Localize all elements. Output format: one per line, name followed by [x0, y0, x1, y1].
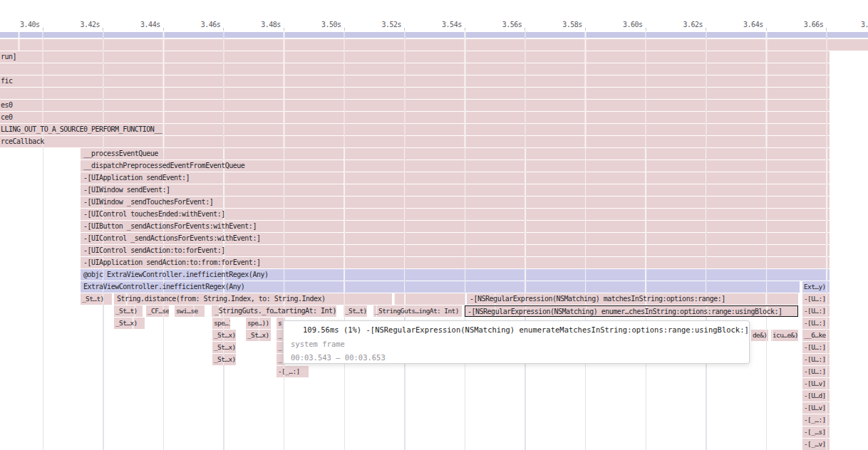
- ruler-tick-label: 3.58s: [539, 21, 582, 30]
- tooltip-duration-and-frame: 109.56ms (1%) -[NSRegularExpression(NSMa…: [303, 325, 749, 335]
- flame-segment[interactable]: -[_…v]: [802, 439, 830, 450]
- flame-segment[interactable]: _St…x): [212, 342, 236, 353]
- flame-segment[interactable]: icu…e&): [771, 330, 798, 341]
- ruler-tick-mark: [284, 28, 284, 31]
- ruler-tick-mark: [465, 28, 465, 31]
- flame-segment[interactable]: -[U…:]: [802, 342, 830, 353]
- ruler-tick-label: 3.44s: [118, 21, 160, 30]
- flame-segment[interactable]: -[U…v]: [802, 402, 830, 414]
- ruler-tick-mark: [163, 28, 164, 31]
- ruler-tick-mark: [43, 28, 43, 31]
- flame-segment[interactable]: -[_…:]: [277, 366, 309, 377]
- flame-segment[interactable]: __6…ke: [802, 330, 830, 341]
- ruler-tick-mark: [103, 28, 103, 31]
- ruler-tick-mark: [706, 28, 706, 31]
- flame-segment[interactable]: _St…t): [343, 305, 367, 317]
- ruler-tick-label: 3.48s: [238, 21, 281, 30]
- tooltip-time-range: 00:03.543 – 00:03.653: [291, 352, 386, 363]
- ruler-tick-label: 3.46s: [177, 21, 220, 30]
- flame-segment[interactable]: -[UIControl touchesEnded:withEvent:]: [81, 209, 830, 220]
- flame-segment[interactable]: _St…t): [114, 305, 143, 317]
- flame-segment[interactable]: String.distance(from: String.Index, to: …: [114, 293, 392, 305]
- flame-segment[interactable]: de&): [751, 330, 768, 341]
- flame-segment[interactable]: -[U…:]: [802, 354, 830, 365]
- ruler-tick-mark: [766, 28, 767, 31]
- flame-segment[interactable]: -[UIControl _sendActionsForEvents:withEv…: [81, 233, 830, 244]
- flame-segment-selected[interactable]: -[NSRegularExpression(NSMatching) enumer…: [465, 305, 798, 317]
- flame-segment[interactable]: es0: [0, 100, 830, 111]
- flame-segment[interactable]: -[UIWindow sendEvent:]: [81, 184, 830, 196]
- ruler-tick-mark: [525, 28, 525, 31]
- flame-segment[interactable]: -[UIWindow _sendTouchesForEvent:]: [81, 197, 830, 208]
- flame-graph: 3.40s3.42s3.44s3.46s3.48s3.50s3.52s3.54s…: [0, 0, 868, 450]
- flame-segment[interactable]: ExtraViewController.inefficientRegex(Any…: [81, 281, 800, 293]
- flame-segment[interactable]: rceCallback: [0, 136, 830, 147]
- ruler-tick-mark: [404, 28, 405, 31]
- flame-segment[interactable]: Ext…y): [802, 281, 830, 293]
- flame-segment[interactable]: spe…)): [212, 318, 230, 329]
- flame-segment[interactable]: [0, 88, 830, 99]
- flame-segment[interactable]: -[U…d]: [802, 390, 830, 402]
- flame-segment[interactable]: _St…x): [212, 354, 236, 365]
- tooltip: 109.56ms (1%) -[NSRegularExpression(NSMa…: [283, 320, 750, 364]
- flame-segment[interactable]: -[U…:]: [802, 305, 830, 317]
- flame-segment[interactable]: [394, 293, 465, 305]
- tooltip-frame-kind: system frame: [291, 339, 345, 350]
- ruler-tick-label: 3.66s: [780, 21, 823, 30]
- flame-segment[interactable]: -[U…:]: [802, 366, 830, 377]
- flame-segment[interactable]: -[U…:]: [802, 293, 830, 305]
- ruler-tick-label: 3.62s: [660, 21, 703, 30]
- flame-segment[interactable]: _StringGuts…ingAt: Int): [373, 305, 462, 317]
- flame-segment[interactable]: _StringGuts._fo…tartingAt: Int): [212, 305, 336, 317]
- flame-segment[interactable]: _CF…se: [146, 305, 169, 317]
- flame-segment[interactable]: [0, 39, 868, 51]
- flame-segment[interactable]: -[UIApplication sendAction:to:from:forEv…: [81, 257, 830, 268]
- flame-segment[interactable]: @objc ExtraViewController.inefficientReg…: [81, 269, 830, 281]
- ruler-tick-label: 3.54s: [419, 21, 462, 30]
- flame-segment[interactable]: -[U…:]: [802, 318, 830, 329]
- flame-segment[interactable]: _St…x): [114, 318, 145, 329]
- ruler-tick-label: 3.56s: [479, 21, 522, 30]
- flame-segment[interactable]: _St…x): [212, 330, 236, 341]
- flame-segment[interactable]: _St…t): [81, 293, 112, 305]
- ruler-tick-label: 3.64s: [720, 21, 763, 30]
- ruler-tick-label: 3.52s: [358, 21, 401, 30]
- flame-segment[interactable]: run]: [0, 51, 830, 63]
- ruler-tick-mark: [344, 28, 345, 31]
- ruler-tick-mark: [826, 28, 827, 31]
- flame-segment[interactable]: -[U…v]: [802, 378, 830, 389]
- ruler-tick-mark: [223, 28, 224, 31]
- depth-strip: [0, 32, 868, 38]
- flame-segment[interactable]: spe…)): [246, 318, 271, 329]
- flame-segment[interactable]: -[UIButton _sendActionsForEvents:withEve…: [81, 221, 830, 232]
- flame-segment[interactable]: -[_…:]: [802, 414, 830, 426]
- flame-segment[interactable]: swi…se: [175, 305, 205, 317]
- ruler-tick-mark: [646, 28, 646, 31]
- flame-segment[interactable]: -[UIControl sendAction:to:forEvent:]: [81, 245, 830, 256]
- flame-segment[interactable]: -[NSRegularExpression(NSMatching) matche…: [467, 293, 798, 305]
- flame-segment[interactable]: LLING_OUT_TO_A_SOURCE0_PERFORM_FUNCTION_…: [0, 124, 830, 135]
- flame-segment[interactable]: fic: [0, 75, 830, 87]
- ruler-tick-label-partial: 3.68s: [861, 21, 868, 30]
- ruler-tick-label: 3.40s: [0, 21, 40, 30]
- flame-segment[interactable]: -[_…s]: [802, 427, 830, 438]
- flame-segment[interactable]: __dispatchPreprocessedEventFromEventQueu…: [81, 160, 830, 172]
- ruler-tick-label: 3.60s: [600, 21, 643, 30]
- ruler-tick-label: 3.42s: [57, 21, 100, 30]
- flame-segment[interactable]: __processEventQueue: [81, 148, 830, 159]
- flame-segment[interactable]: ce0: [0, 112, 830, 123]
- flame-segment[interactable]: -[UIApplication sendEvent:]: [81, 172, 830, 184]
- frame-color-swatch-icon: [290, 327, 298, 335]
- ruler-tick-label: 3.50s: [299, 21, 341, 30]
- flame-segment[interactable]: _St…x): [246, 330, 271, 341]
- ruler-tick-mark: [585, 28, 586, 31]
- flame-segment[interactable]: [0, 63, 830, 75]
